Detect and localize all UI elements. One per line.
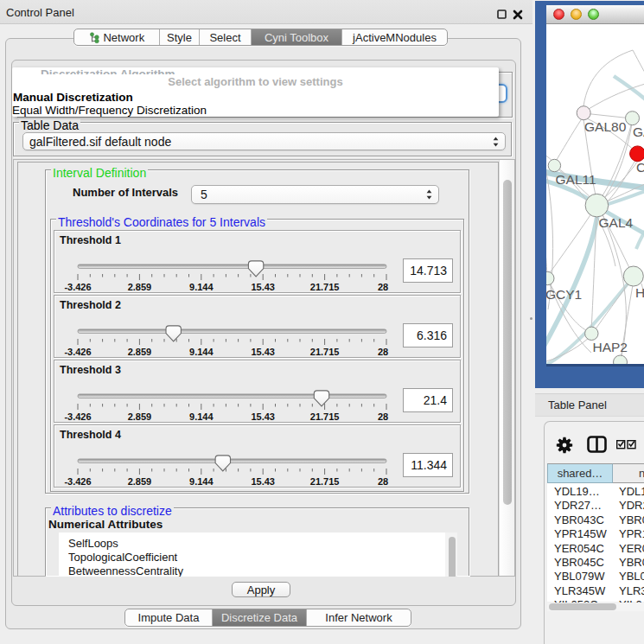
svg-text:GA: GA [633, 124, 644, 139]
svg-text:C: C [636, 160, 644, 175]
svg-text:GAL11: GAL11 [556, 172, 596, 187]
svg-text:GCY1: GCY1 [546, 287, 582, 302]
svg-text:H: H [635, 285, 644, 300]
svg-text:GAL80: GAL80 [584, 119, 627, 134]
svg-text:HAP2: HAP2 [593, 340, 628, 354]
svg-text:GAL4: GAL4 [599, 215, 634, 230]
